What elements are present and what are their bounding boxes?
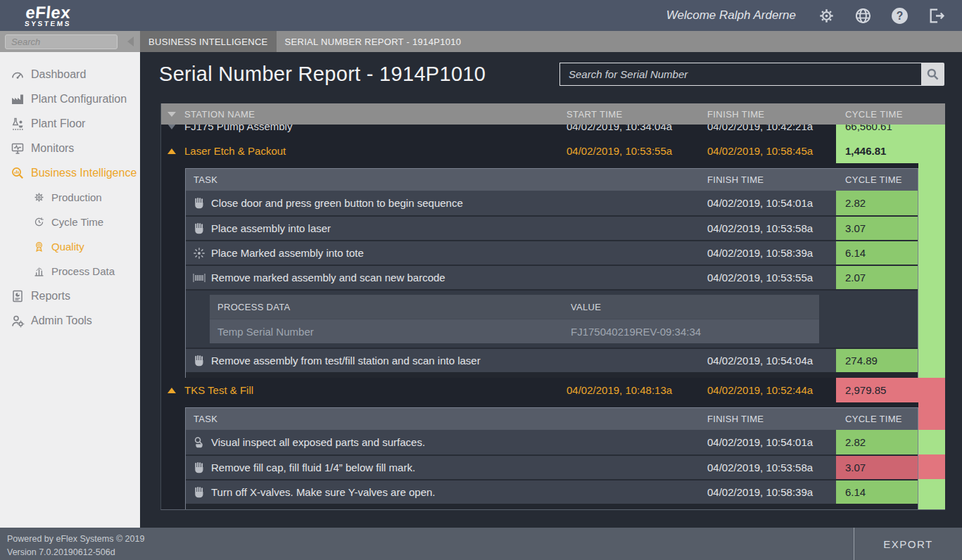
- task-name-cell: Remove fill cap, fill fluid 1/4” below f…: [186, 456, 704, 479]
- serial-search-input[interactable]: [559, 63, 921, 86]
- task-row[interactable]: Close door and press green button to beg…: [186, 191, 918, 215]
- sidebar-item-process-data[interactable]: Process Data: [0, 259, 140, 284]
- help-icon[interactable]: ?: [891, 7, 909, 25]
- sidebar-item-business-intelligence[interactable]: Business Intelligence: [0, 160, 140, 185]
- business-intelligence-icon: [11, 166, 25, 180]
- sidebar-item-admin-tools[interactable]: Admin Tools: [0, 308, 140, 333]
- admin-tools-icon: [11, 314, 25, 328]
- language-globe-icon[interactable]: [854, 7, 872, 25]
- sidebar-item-label: Admin Tools: [31, 314, 92, 327]
- task-name: Remove fill cap, fill fluid 1/4” below f…: [211, 462, 415, 473]
- station-row[interactable]: TKS Test & Fill04/02/2019, 10:48:13a04/0…: [161, 378, 945, 402]
- sidebar-collapse-icon[interactable]: [127, 37, 134, 46]
- process-data-zone: PROCESS DATAVALUETemp Serial NumberFJ175…: [186, 289, 918, 348]
- sidebar-search-input[interactable]: [5, 34, 118, 49]
- svg-text:?: ?: [897, 10, 904, 22]
- strip-segment: [918, 163, 945, 191]
- task-table: TASKFINISH TIMECYCLE TIMEVisual inspect …: [185, 407, 918, 509]
- quality-icon: [33, 241, 45, 253]
- strip-segment: [918, 402, 945, 430]
- logo-subtext: SYSTEMS: [25, 20, 72, 27]
- station-start-time: 04/02/2019, 10:48:13a: [563, 378, 704, 402]
- tab-serial-number-report[interactable]: SERIAL NUMBER REPORT - 1914P1010: [277, 31, 470, 52]
- footer-bar: Powered by eFlex Systems © 2019 Version …: [0, 528, 962, 560]
- station-name-cell: FJ175 Pump Assembly: [161, 125, 563, 139]
- station-finish-time: 04/02/2019, 10:52:44a: [704, 378, 836, 402]
- serial-search-button[interactable]: [921, 63, 944, 86]
- sidebar-item-dashboard[interactable]: Dashboard: [0, 62, 140, 87]
- task-name: Remove assembly from test/fill station a…: [211, 355, 481, 367]
- task-name-cell: Place Marked assembly into tote: [186, 241, 704, 265]
- sidebar-item-monitors[interactable]: Monitors: [0, 136, 140, 160]
- column-header-station-name[interactable]: STATION NAME: [161, 109, 563, 120]
- task-finish-time: 04/02/2019, 10:54:04a: [704, 349, 836, 372]
- tab-strip-filler: [469, 31, 962, 52]
- station-row[interactable]: FJ175 Pump Assembly04/02/2019, 10:34:04a…: [161, 125, 945, 139]
- settings-gear-icon[interactable]: [818, 7, 835, 25]
- sidebar-item-label: Business Intelligence: [31, 167, 137, 179]
- sidebar-item-label: Dashboard: [31, 68, 86, 81]
- collapse-station-icon[interactable]: [167, 388, 176, 393]
- task-row[interactable]: Visual inspect all exposed parts and sur…: [186, 430, 918, 454]
- production-icon: [33, 191, 45, 203]
- expand-station-icon[interactable]: [167, 125, 176, 129]
- sidebar-item-label: Plant Floor: [31, 117, 85, 130]
- sidebar-item-plant-configuration[interactable]: Plant Configuration: [0, 87, 140, 111]
- sidebar-item-label: Monitors: [31, 142, 74, 155]
- sidebar-item-cycle-time[interactable]: Cycle Time: [0, 210, 140, 234]
- station-cycle-time: 2,979.85: [836, 378, 945, 402]
- column-header-start-time[interactable]: START TIME: [563, 109, 704, 120]
- plant-floor-icon: [11, 117, 25, 131]
- sidebar-item-production[interactable]: Production: [0, 185, 140, 210]
- task-row[interactable]: Remove assembly from test/fill station a…: [186, 348, 918, 372]
- strip-segment: [918, 265, 945, 289]
- strip-segment: [918, 430, 945, 454]
- collapse-station-icon[interactable]: [167, 148, 176, 154]
- process-data-column-header: PROCESS DATA: [210, 302, 571, 312]
- task-table-section: TASKFINISH TIMECYCLE TIMEVisual inspect …: [185, 402, 945, 509]
- task-row[interactable]: Place Marked assembly into tote04/02/201…: [186, 240, 918, 265]
- strip-segment: [918, 240, 945, 265]
- column-header-finish-time[interactable]: FINISH TIME: [704, 109, 836, 120]
- station-name-cell: TKS Test & Fill: [161, 378, 563, 402]
- strip-segment: [918, 504, 945, 509]
- task-row[interactable]: Place assembly into laser04/02/2019, 10:…: [186, 215, 918, 240]
- sidebar-item-reports[interactable]: Reports: [0, 284, 140, 308]
- task-finish-time: 04/02/2019, 10:58:39a: [704, 481, 836, 504]
- task-name: Visual inspect all exposed parts and sur…: [211, 436, 425, 448]
- station-start-time: 04/02/2019, 10:53:55a: [563, 139, 704, 163]
- top-header-bar: eFlex SYSTEMS Welcome Ralph Arderne ?: [0, 0, 962, 31]
- station-name: Laser Etch & Packout: [184, 145, 286, 157]
- strip-segment: [918, 191, 945, 215]
- task-row[interactable]: Remove marked assembly and scan new barc…: [186, 265, 918, 289]
- task-row[interactable]: Remove fill cap, fill fluid 1/4” below f…: [186, 454, 918, 479]
- station-cycle-time: 1,446.81: [836, 139, 945, 163]
- station-finish-time: 04/02/2019, 10:58:45a: [704, 139, 836, 163]
- task-name-cell: Visual inspect all exposed parts and sur…: [186, 430, 704, 454]
- task-table-header: TASKFINISH TIMECYCLE TIME: [186, 408, 918, 430]
- hand-icon: [193, 222, 205, 235]
- column-header-cycle-time[interactable]: CYCLE TIME: [836, 109, 945, 120]
- strip-segment: [918, 479, 945, 504]
- column-header-label: STATION NAME: [184, 109, 255, 120]
- task-name-cell: Remove assembly from test/fill station a…: [186, 349, 704, 372]
- sidebar-item-label: Plant Configuration: [31, 93, 127, 106]
- task-finish-time: 04/02/2019, 10:53:58a: [704, 217, 836, 240]
- plant-configuration-icon: [11, 92, 25, 106]
- station-row[interactable]: Laser Etch & Packout04/02/2019, 10:53:55…: [161, 139, 945, 163]
- task-row[interactable]: Turn off X-valves. Make sure Y-valves ar…: [186, 479, 918, 504]
- cycle-status-strip: [918, 163, 945, 378]
- sidebar-nav: DashboardPlant ConfigurationPlant FloorM…: [0, 52, 140, 528]
- task-name: Turn off X-valves. Make sure Y-valves ar…: [211, 486, 436, 498]
- task-name-cell: Close door and press green button to beg…: [186, 191, 704, 215]
- export-button[interactable]: EXPORT: [854, 528, 962, 560]
- strip-segment: [918, 372, 945, 378]
- tab-business-intelligence[interactable]: BUSINESS INTELLIGENCE: [140, 31, 277, 52]
- task-cycle-time: 6.14: [836, 481, 918, 504]
- task-cycle-time: 274.89: [836, 349, 918, 372]
- sidebar-item-plant-floor[interactable]: Plant Floor: [0, 111, 140, 136]
- serial-number-search: [559, 63, 944, 86]
- station-finish-time: 04/02/2019, 10:42:21a: [704, 125, 836, 139]
- logout-icon[interactable]: [928, 7, 945, 25]
- sidebar-item-quality[interactable]: Quality: [0, 234, 140, 259]
